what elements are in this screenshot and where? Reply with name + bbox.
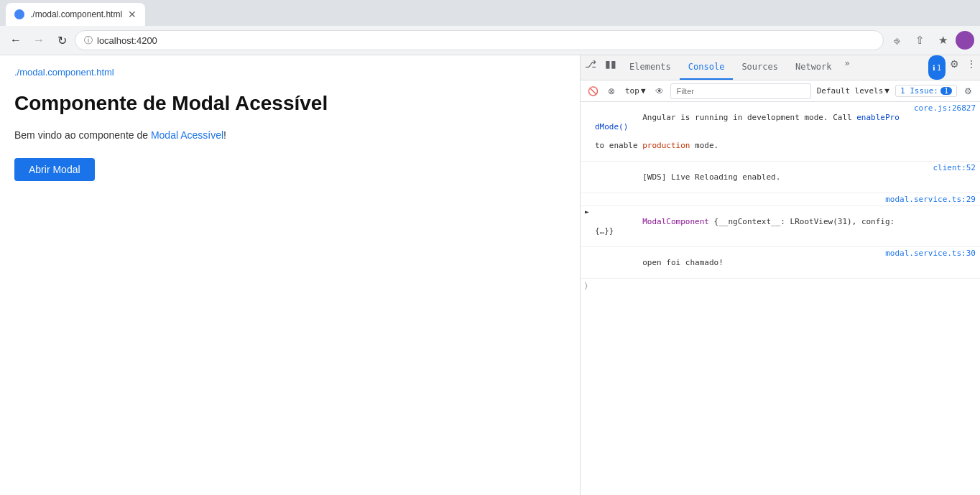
tab-console[interactable]: Console	[680, 55, 734, 80]
issue-label: 1 Issue:	[900, 86, 938, 96]
console-line: modal.service.ts:29	[581, 193, 980, 206]
tab-close-button[interactable]: ✕	[128, 9, 137, 20]
tab-elements-label: Elements	[629, 62, 671, 72]
console-clear-button[interactable]: 🚫	[585, 83, 601, 99]
default-levels-selector[interactable]: Default levels ▼	[814, 85, 892, 97]
context-label: top	[625, 86, 639, 96]
console-line-source[interactable]: modal.service.ts:29	[879, 195, 976, 204]
more-tabs-button[interactable]: »	[841, 55, 854, 80]
log-obj: {__ngContext__: LRootView(31), config: {…	[595, 217, 900, 236]
console-output: Angular is running in development mode. …	[581, 102, 980, 495]
subtitle-highlight: Modal Acessível	[151, 129, 223, 141]
log-text-3: mode.	[690, 141, 718, 150]
console-prompt-line: 〉	[581, 279, 980, 292]
nav-bar: ← → ↻ ⓘ localhost:4200 ⎆ ⇧ ★	[0, 26, 980, 55]
tab-network-label: Network	[795, 62, 832, 72]
devtools-settings-button[interactable]: ⚙	[946, 55, 963, 73]
console-line: Angular is running in development mode. …	[581, 102, 980, 162]
console-eye-button[interactable]: 👁	[652, 83, 667, 99]
expand-arrow[interactable]: ►	[585, 208, 592, 216]
subtitle-start: Bem vindo ao componente de	[14, 129, 151, 141]
log-text: [WDS] Live Reloading enabled.	[642, 172, 780, 182]
console-filter-input[interactable]	[670, 83, 811, 99]
browser-chrome: ./modal.component.html ✕ ← → ↻ ⓘ localho…	[0, 0, 980, 55]
context-chevron: ▼	[641, 86, 646, 96]
console-block-button[interactable]: ⊗	[604, 83, 619, 99]
console-line-content: ModalComponent {__ngContext__: LRootView…	[595, 208, 904, 245]
console-line-content: [WDS] Live Reloading enabled.	[595, 163, 904, 191]
forward-button[interactable]: →	[29, 30, 49, 50]
page-subtitle: Bem vindo ao componente de Modal Acessív…	[14, 129, 565, 141]
log-text: open foi chamado!	[642, 258, 724, 267]
console-line-content: open foi chamado!	[595, 249, 879, 277]
tab-sources[interactable]: Sources	[733, 55, 787, 80]
main-layout: ./modal.component.html Componente de Mod…	[0, 55, 980, 495]
back-button[interactable]: ←	[6, 30, 26, 50]
address-text: localhost:4200	[97, 35, 874, 46]
tab-sources-label: Sources	[741, 62, 778, 72]
console-line-source[interactable]: client:52	[904, 163, 976, 172]
reload-button[interactable]: ↻	[52, 30, 72, 50]
breadcrumb: ./modal.component.html	[14, 67, 565, 78]
console-line-source[interactable]: core.js:26827	[904, 103, 976, 113]
tab-network[interactable]: Network	[787, 55, 841, 80]
log-class: ModalComponent	[642, 217, 713, 226]
console-toolbar: 🚫 ⊗ top ▼ 👁 Default levels ▼ 1 Issue: 1 …	[581, 80, 980, 102]
context-selector[interactable]: top ▼	[622, 85, 649, 97]
tab-elements[interactable]: Elements	[621, 55, 680, 80]
devtools-top-toolbar: ⎇ ▮▮ Elements Console Sources Network » …	[581, 55, 980, 80]
console-line-content: Angular is running in development mode. …	[595, 103, 904, 159]
share-button[interactable]: ⇧	[910, 30, 930, 50]
subtitle-end: !	[223, 129, 226, 141]
console-line-source[interactable]: modal.service.ts:30	[879, 249, 976, 258]
tab-bar: ./modal.component.html ✕	[0, 0, 980, 26]
bookmark-button[interactable]: ★	[933, 30, 953, 50]
log-highlight-2: production	[642, 141, 690, 150]
log-text: Angular is running in development mode. …	[642, 113, 856, 122]
cast-button[interactable]: ⎆	[887, 30, 907, 50]
tab-favicon	[14, 9, 24, 19]
open-modal-button[interactable]: Abrir Modal	[14, 158, 95, 181]
page-title: Componente de Modal Acessível	[14, 92, 565, 115]
browser-tab[interactable]: ./modal.component.html ✕	[6, 3, 145, 26]
issue-count: 1	[940, 87, 952, 95]
console-line: open foi chamado! modal.service.ts:30	[581, 247, 980, 279]
default-levels-label: Default levels	[817, 86, 884, 96]
nav-actions: ⎆ ⇧ ★	[887, 30, 974, 50]
badge-icon: ℹ	[933, 64, 935, 72]
default-levels-chevron: ▼	[884, 86, 889, 96]
lock-icon: ⓘ	[84, 34, 93, 47]
devtools-more-button[interactable]: ⋮	[963, 55, 980, 73]
console-prompt-icon: 〉	[585, 281, 588, 290]
console-line: ► ModalComponent {__ngContext__: LRootVi…	[581, 206, 980, 247]
page-content: ./modal.component.html Componente de Mod…	[0, 55, 581, 495]
profile-button[interactable]	[956, 31, 974, 50]
log-text-2: to enable	[595, 141, 642, 150]
device-toolbar-button[interactable]: ▮▮	[602, 55, 619, 73]
tab-console-label: Console	[688, 62, 725, 72]
badge-count: 1	[937, 64, 941, 72]
issues-badge[interactable]: 1 Issue: 1	[895, 85, 957, 97]
console-settings-button[interactable]: ⚙	[960, 83, 976, 99]
devtools-badge[interactable]: ℹ 1	[928, 55, 946, 80]
devtools-panel: ⎇ ▮▮ Elements Console Sources Network » …	[581, 55, 980, 495]
console-line: [WDS] Live Reloading enabled. client:52	[581, 162, 980, 193]
inspect-element-button[interactable]: ⎇	[582, 55, 599, 73]
address-bar[interactable]: ⓘ localhost:4200	[75, 30, 884, 50]
tab-title: ./modal.component.html	[30, 9, 122, 19]
